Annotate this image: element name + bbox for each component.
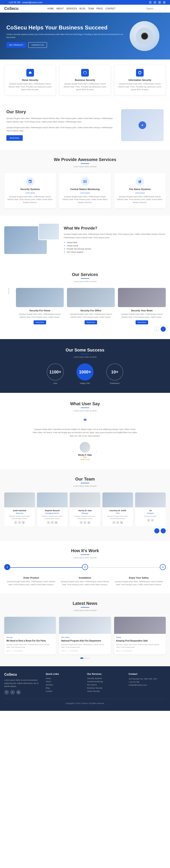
footer-in-icon[interactable]: in (16, 690, 21, 694)
nav-price[interactable]: PRICE (96, 7, 103, 10)
twitter-icon[interactable]: t (154, 1, 157, 4)
team-member-1: Stephen Banach Managing Director Quisque… (37, 492, 68, 526)
nav-blog[interactable]: BLOG (80, 7, 85, 10)
footer-service-2[interactable]: Fire Alarms (87, 684, 124, 686)
team-tw-0[interactable]: t (18, 521, 21, 524)
testimonial-next[interactable]: › (96, 450, 97, 453)
service-item-brain-btn[interactable]: Read More (136, 320, 148, 324)
team-tw-4[interactable]: t (151, 519, 154, 522)
footer-service-3[interactable]: Business Security (87, 687, 124, 689)
footer-service-4[interactable]: Home Security (87, 690, 124, 692)
testimonial-underline (81, 408, 89, 408)
play-button[interactable] (138, 121, 146, 129)
service-img-home-inner (16, 288, 64, 307)
buy-product-button[interactable]: BUY PRODUCT (6, 42, 26, 48)
news-dot-1[interactable] (80, 657, 83, 659)
team-member-0: Imeth Hatchett Salesman Quisque feugiat … (4, 492, 35, 526)
team-member-2: Harvey B. Ham Manager Quisque feugiat tu… (70, 492, 100, 526)
nav-home[interactable]: HOME (47, 7, 54, 10)
search-input[interactable] (144, 7, 166, 11)
success-section: Our Some Success Lorem ipsum dolor sit a… (0, 339, 170, 393)
stat-circle-happy: 1000+ (77, 364, 93, 380)
news-body-1: Fire Safety National Program Aids Fire D… (59, 634, 111, 654)
news-dot-3[interactable] (86, 657, 88, 659)
footer-service-0[interactable]: Security Systems (87, 677, 124, 679)
footer-tw-icon[interactable]: t (10, 690, 15, 694)
team-fb-0[interactable]: f (14, 521, 17, 524)
team-in-0[interactable]: in (22, 521, 25, 524)
team-in-2[interactable]: in (87, 521, 90, 524)
footer-address: 123 Security Ave, New York, USA (129, 677, 166, 680)
feature-card-home: Home Security Quisque feugiat turpis dia… (4, 65, 56, 95)
nav-team[interactable]: TEAM (88, 7, 94, 10)
team-info-4: Ya Designer Quisque feugiat. f t (135, 507, 166, 524)
team-prev-button[interactable]: ← (154, 528, 159, 533)
news-dot-2[interactable] (84, 657, 85, 659)
team-in-3[interactable]: in (120, 521, 123, 524)
nav-about[interactable]: ABOUT (56, 7, 63, 10)
team-fb-1[interactable]: f (47, 521, 50, 524)
step-line-2 (88, 567, 160, 568)
linkedin-icon[interactable]: in (158, 1, 161, 4)
provide-text: What We Provide? Quisque feugiat turpis … (64, 226, 166, 254)
testimonial-prev[interactable]: ‹ (73, 450, 74, 453)
step-title-3: Enjoy Your Safety (114, 577, 164, 579)
provide-title: What We Provide? (64, 226, 166, 230)
youtube-icon[interactable]: y (163, 1, 166, 4)
team-tw-3[interactable]: t (116, 521, 119, 524)
provide-list-item-1: ✓Always Best (64, 241, 166, 244)
team-fb-3[interactable]: f (113, 521, 115, 524)
navbar: CoSecu HOME ABOUT SERVICES BLOG TEAM PRI… (0, 5, 170, 12)
service-item-office-btn[interactable]: Read More (85, 320, 97, 324)
team-info-3: Courtney M. Smith CEO Quisque feugiat tu… (102, 507, 133, 526)
footer-fb-icon[interactable]: f (4, 690, 9, 694)
team-tw-2[interactable]: t (84, 521, 86, 524)
service-card-systems: Security Systems Lorem Ipsum Quisque feu… (4, 173, 56, 208)
service-card-systems-desc: Quisque feugiat turpis diam, Pellentesqu… (7, 195, 53, 204)
team-subtitle: Lorem ipsum dolor sit amet (4, 485, 166, 487)
service-item-home-desc: Quisque feugiat turpis diam, Pellentesqu… (16, 313, 64, 319)
team-social-1: f t in (39, 521, 66, 524)
news-img-0 (4, 617, 56, 634)
awesome-services-section: We Provide Awesome Services Lorem ipsum … (0, 150, 170, 216)
nav-services[interactable]: SERVICES (66, 7, 77, 10)
footer-copyright: Copyright © 2024 CoSecu. All rights rese… (66, 702, 104, 705)
footer-logo: CoSecu (4, 673, 41, 677)
team-in-1[interactable]: in (55, 521, 57, 524)
stat-circle-exp: 10+ (106, 364, 123, 380)
services-next-button[interactable]: → (161, 327, 166, 332)
stat-number-happy: 1000+ (79, 370, 91, 374)
step-dot-1: 1 (4, 564, 10, 570)
service-item-home-btn[interactable]: Read More (34, 320, 46, 324)
facebook-icon[interactable]: f (149, 1, 152, 4)
news-body-0: Security We Need to Rent a Room For Our … (4, 634, 56, 654)
steps-timeline: 1 2 3 (4, 564, 166, 570)
team-member-3: Courtney M. Smith CEO Quisque feugiat tu… (102, 492, 133, 526)
step-content-2: Installation Quisque feugiat turpis diam… (58, 577, 112, 586)
news-grid: Security We Need to Rent a Room For Our … (4, 617, 166, 654)
footer-link-1[interactable]: About (46, 681, 83, 683)
how-works-section: How It's Work Lorem ipsum dolor sit amet… (0, 541, 170, 593)
footer-link-2[interactable]: Services (46, 684, 83, 686)
site-logo[interactable]: CoSecu (4, 6, 18, 11)
story-read-more-button[interactable]: Read More (6, 135, 23, 141)
team-next-button[interactable]: → (161, 528, 166, 533)
footer-link-0[interactable]: Home (46, 677, 83, 679)
footer-email: contact@cosecu.com (129, 684, 166, 686)
services-prev-button[interactable]: ← (154, 327, 159, 332)
footer-link-4[interactable]: Contact (46, 690, 83, 692)
team-tw-1[interactable]: t (51, 521, 54, 524)
team-fb-4[interactable]: f (147, 519, 150, 522)
story-image-inner (121, 109, 164, 141)
team-info-1: Stephen Banach Managing Director Quisque… (37, 507, 68, 526)
feature-card-info-title: Information Security (117, 79, 163, 81)
service-item-brain: Security Your Brain Quisque feugiat turp… (118, 288, 166, 324)
nav-contact[interactable]: CONTACT (105, 7, 116, 10)
team-fb-2[interactable]: f (80, 521, 83, 524)
footer-service-1[interactable]: Central Monitoring (87, 681, 124, 683)
news-dot-4[interactable] (88, 657, 90, 659)
contact-us-button[interactable]: CONTACT US (28, 42, 47, 48)
footer-link-3[interactable]: Blog (46, 687, 83, 689)
story-desc1: Quisque feugiat turpis diam, Pellentesqu… (6, 117, 115, 123)
footer-about-col: CoSecu Lorem ipsum dolor sit amet consec… (4, 673, 41, 694)
